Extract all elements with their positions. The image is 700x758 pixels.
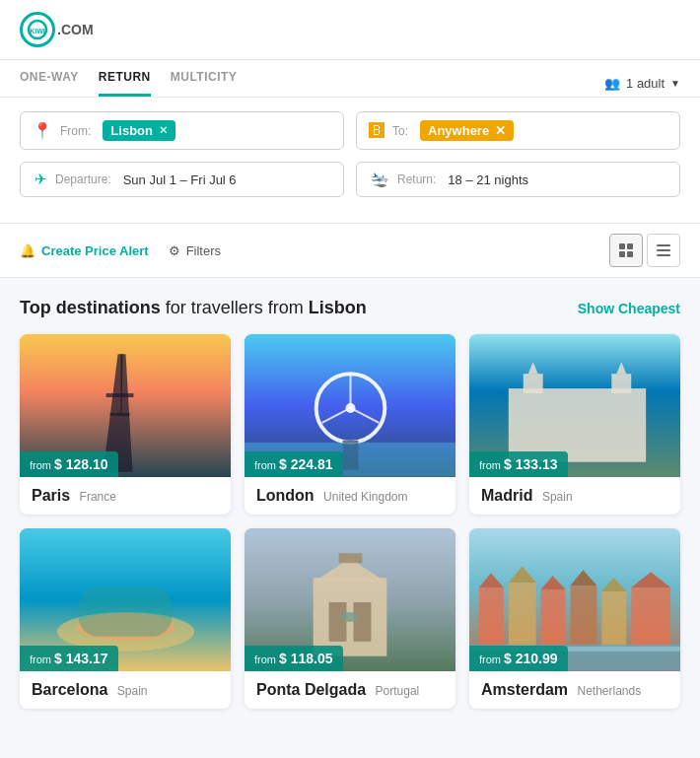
passengers-count: 1 adult: [626, 76, 665, 91]
svg-rect-40: [479, 587, 504, 647]
svg-rect-46: [571, 586, 597, 647]
card-image-paris: from $ 128.10: [20, 334, 231, 477]
to-close-button[interactable]: ✕: [495, 123, 506, 138]
svg-rect-5: [627, 251, 633, 257]
paris-from-label: from: [30, 459, 54, 471]
svg-rect-25: [611, 374, 631, 393]
origin-pin-icon: 📍: [33, 121, 52, 140]
svg-rect-50: [631, 587, 670, 647]
return-icon: 🛬: [371, 171, 389, 188]
madrid-country: Spain: [542, 490, 573, 504]
grid-view-button[interactable]: [609, 234, 643, 267]
destination-pin-icon: 🅱: [369, 122, 385, 140]
return-value: 18 – 21 nights: [448, 172, 528, 187]
header: KIWI .COM: [0, 0, 700, 60]
section-title-bold: Top destinations: [20, 298, 161, 317]
svg-rect-13: [110, 413, 130, 416]
barcelona-price-badge: from $ 143.17: [20, 646, 118, 671]
london-price: $ 224.81: [279, 456, 333, 472]
ponta-price-badge: from $ 118.05: [245, 646, 343, 671]
logo-circle: KIWI: [20, 12, 55, 47]
trip-type-return[interactable]: RETURN: [99, 70, 151, 97]
svg-rect-3: [627, 243, 633, 249]
destination-card-ponta[interactable]: from $ 118.05 Ponta Delgada Portugal: [245, 528, 455, 709]
svg-text:KIWI: KIWI: [30, 28, 45, 34]
svg-rect-24: [524, 374, 543, 393]
svg-rect-36: [329, 602, 347, 642]
card-image-madrid: from $ 133.13: [469, 334, 680, 477]
london-city: London: [256, 487, 315, 504]
card-image-barcelona: from $ 143.17: [20, 528, 231, 671]
london-price-badge: from $ 224.81: [245, 451, 343, 477]
svg-rect-4: [619, 251, 625, 257]
from-close-button[interactable]: ✕: [159, 124, 168, 137]
list-view-button[interactable]: [647, 234, 680, 267]
barcelona-card-info: Barcelona Spain: [20, 671, 231, 709]
amsterdam-card-info: Amsterdam Netherlands: [469, 671, 680, 709]
to-tag[interactable]: Anywhere ✕: [420, 120, 514, 141]
madrid-from-label: from: [479, 459, 504, 471]
show-cheapest-button[interactable]: Show Cheapest: [578, 301, 680, 316]
amsterdam-city: Amsterdam: [481, 681, 568, 698]
to-value: Anywhere: [428, 123, 489, 138]
create-price-alert-button[interactable]: 🔔 Create Price Alert: [20, 243, 149, 258]
barcelona-price: $ 143.17: [54, 651, 108, 666]
return-field[interactable]: 🛬 Return: 18 – 21 nights: [356, 162, 680, 197]
search-form: 📍 From: Lisbon ✕ 🅱 To: Anywhere ✕ ✈ Depa…: [0, 98, 700, 224]
ponta-country: Portugal: [376, 684, 420, 698]
dates-row: ✈ Departure: Sun Jul 1 – Fri Jul 6 🛬 Ret…: [20, 162, 680, 197]
ponta-city: Ponta Delgada: [256, 681, 366, 698]
paris-card-info: Paris France: [20, 477, 231, 515]
destination-card-madrid[interactable]: from $ 133.13 Madrid Spain: [469, 334, 680, 515]
amsterdam-price-badge: from $ 210.99: [469, 646, 568, 671]
departure-value: Sun Jul 1 – Fri Jul 6: [123, 172, 237, 187]
from-field[interactable]: 📍 From: Lisbon ✕: [20, 111, 344, 150]
from-value: Lisbon: [110, 123, 153, 138]
destination-card-amsterdam[interactable]: from $ 210.99 Amsterdam Netherlands: [469, 528, 680, 709]
paris-price-badge: from $ 128.10: [20, 451, 118, 477]
from-label: From:: [60, 124, 91, 138]
to-field[interactable]: 🅱 To: Anywhere ✕: [356, 111, 680, 150]
london-from-label: from: [254, 459, 279, 471]
svg-rect-2: [619, 243, 625, 249]
madrid-price-badge: from $ 133.13: [469, 451, 568, 477]
passengers-icon: 👥: [604, 76, 620, 91]
barcelona-country: Spain: [117, 684, 148, 698]
destination-card-paris[interactable]: from $ 128.10 Paris France: [20, 334, 231, 515]
svg-rect-44: [541, 589, 566, 647]
filters-button[interactable]: ⚙ Filters: [169, 243, 221, 258]
passengers-selector[interactable]: 👥 1 adult ▼: [604, 76, 680, 91]
content-area: Top destinations for travellers from Lis…: [0, 278, 700, 728]
amsterdam-from-label: from: [479, 654, 504, 665]
from-tag[interactable]: Lisbon ✕: [103, 120, 175, 141]
price-alert-label: Create Price Alert: [41, 243, 149, 258]
svg-rect-35: [339, 553, 363, 563]
trip-types: ONE-WAY RETURN MULTICITY: [20, 70, 237, 97]
destinations-grid: from $ 128.10 Paris France: [20, 334, 680, 709]
toolbar: 🔔 Create Price Alert ⚙ Filters: [0, 224, 700, 278]
ponta-price: $ 118.05: [279, 651, 333, 666]
card-image-amsterdam: from $ 210.99: [469, 528, 680, 671]
filters-label: Filters: [186, 243, 221, 258]
chevron-down-icon: ▼: [670, 78, 680, 89]
paris-country: France: [80, 490, 116, 504]
svg-rect-48: [601, 591, 626, 647]
destination-card-barcelona[interactable]: from $ 143.17 Barcelona Spain: [20, 528, 231, 709]
bell-icon: 🔔: [20, 243, 35, 258]
svg-rect-8: [657, 254, 670, 256]
madrid-card-info: Madrid Spain: [469, 477, 680, 515]
london-card-info: London United Kingdom: [245, 477, 455, 515]
sliders-icon: ⚙: [169, 243, 180, 258]
toolbar-left: 🔔 Create Price Alert ⚙ Filters: [20, 243, 221, 258]
trip-type-oneway[interactable]: ONE-WAY: [20, 70, 79, 97]
destination-card-london[interactable]: from $ 224.81 London United Kingdom: [245, 334, 455, 515]
departure-label: Departure:: [55, 172, 111, 186]
logo[interactable]: KIWI .COM: [20, 12, 94, 47]
departure-field[interactable]: ✈ Departure: Sun Jul 1 – Fri Jul 6: [20, 162, 344, 197]
amsterdam-country: Netherlands: [577, 684, 641, 698]
ponta-from-label: from: [254, 654, 279, 665]
svg-rect-37: [353, 602, 371, 642]
barcelona-from-label: from: [30, 654, 54, 665]
svg-rect-31: [79, 587, 173, 637]
trip-type-multicity[interactable]: MULTICITY: [171, 70, 238, 97]
